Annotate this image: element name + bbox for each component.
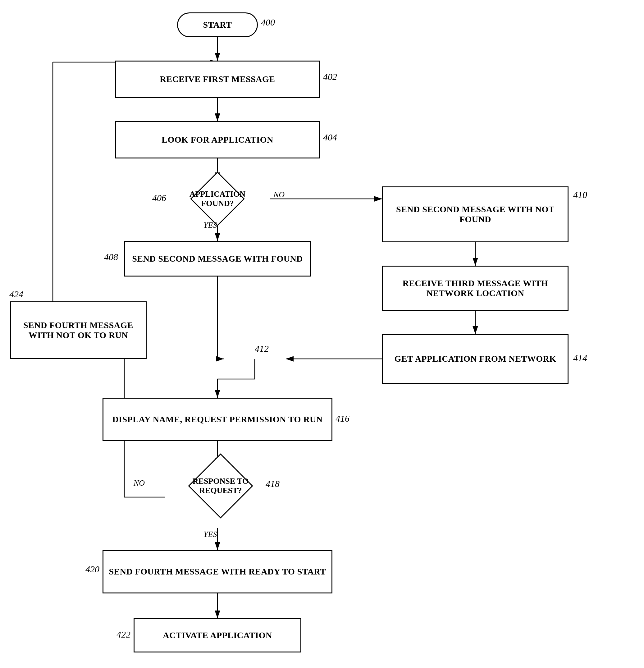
node-424: SEND FOURTH MESSAGE WITH NOT OK TO RUN (10, 301, 147, 359)
node-406-label: APPLICATION FOUND? (180, 180, 255, 218)
node-418-label: RESPONSE TO REQUEST? (180, 463, 261, 509)
node-408-label: SEND SECOND MESSAGE WITH FOUND (132, 254, 303, 264)
node-414: GET APPLICATION FROM NETWORK (382, 334, 568, 384)
node-422: ACTIVATE APPLICATION (134, 618, 301, 652)
yes-label-418: YES (203, 530, 217, 539)
node-404: LOOK FOR APPLICATION (115, 121, 320, 158)
node-406-ref: 406 (152, 193, 166, 203)
node-408: SEND SECOND MESSAGE WITH FOUND (124, 241, 311, 276)
node-408-ref: 408 (104, 252, 118, 262)
node-422-ref: 422 (117, 629, 131, 640)
node-410-label: SEND SECOND MESSAGE WITH NOT FOUND (383, 204, 568, 224)
node-404-label: LOOK FOR APPLICATION (162, 135, 273, 145)
node-404-ref: 404 (323, 132, 337, 142)
no-label-418: NO (134, 479, 145, 488)
start-ref: 400 (261, 17, 275, 28)
node-416-label: DISPLAY NAME, REQUEST PERMISSION TO RUN (112, 414, 322, 424)
node-420: SEND FOURTH MESSAGE WITH READY TO START (103, 550, 333, 593)
node-414-ref: 414 (573, 353, 587, 363)
yes-label-406: YES (203, 221, 217, 230)
node-416: DISPLAY NAME, REQUEST PERMISSION TO RUN (103, 398, 333, 441)
node-424-label: SEND FOURTH MESSAGE WITH NOT OK TO RUN (11, 320, 146, 340)
node-410-ref: 410 (573, 189, 587, 200)
node-420-ref: 420 (86, 564, 99, 575)
node-411-label: RECEIVE THIRD MESSAGE WITH NETWORK LOCAT… (383, 278, 568, 298)
node-402: RECEIVE FIRST MESSAGE (115, 61, 320, 98)
node-410: SEND SECOND MESSAGE WITH NOT FOUND (382, 186, 568, 242)
node-424-ref: 424 (9, 289, 23, 300)
node-418-ref: 418 (266, 479, 280, 489)
node-422-label: ACTIVATE APPLICATION (163, 631, 272, 640)
node-402-label: RECEIVE FIRST MESSAGE (160, 74, 275, 84)
start-node: START (177, 12, 258, 37)
node-411: RECEIVE THIRD MESSAGE WITH NETWORK LOCAT… (382, 265, 568, 311)
node-420-label: SEND FOURTH MESSAGE WITH READY TO START (109, 567, 326, 577)
no-label-406: NO (273, 190, 285, 199)
node-414-label: GET APPLICATION FROM NETWORK (395, 354, 556, 364)
node-412-ref: 412 (255, 343, 269, 354)
start-label: START (203, 20, 232, 30)
node-402-ref: 402 (323, 72, 337, 82)
node-416-ref: 416 (336, 413, 350, 424)
